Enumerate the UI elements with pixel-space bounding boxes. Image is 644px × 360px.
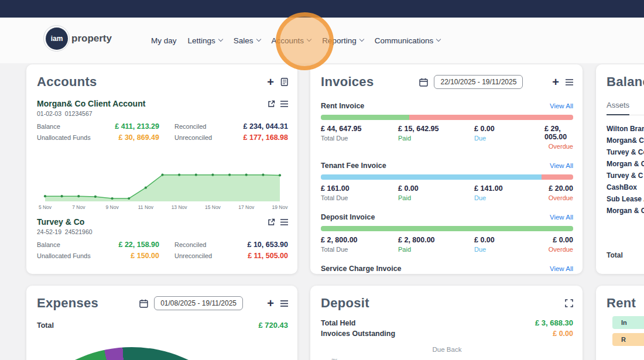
- account-summary-block: Turvey & Co 24-52-19 24521960 Balance £ …: [37, 217, 288, 260]
- external-link-icon[interactable]: [268, 218, 275, 226]
- menu-icon[interactable]: [280, 101, 288, 107]
- account-figures: Balance £ 411, 213.29 Reconciled £ 234, …: [37, 122, 288, 142]
- balance-label: Balance: [37, 241, 91, 248]
- expenses-pie-chart: [26, 347, 263, 360]
- nav-my-day[interactable]: My day: [151, 36, 177, 45]
- nav-label: My day: [151, 36, 177, 45]
- unallocated-value: £ 30, 869.49: [91, 133, 159, 142]
- nav-reporting[interactable]: Reporting: [322, 36, 364, 45]
- logo-mark: iam: [46, 28, 68, 50]
- view-all-link[interactable]: View All: [550, 214, 573, 221]
- unreconciled-label: Unreconciled: [159, 134, 224, 141]
- due-value: £ 0.00: [474, 236, 544, 244]
- list-item[interactable]: Morgan & C: [607, 207, 644, 214]
- list-item[interactable]: Turvey & C: [607, 172, 644, 179]
- reconciled-label: Reconciled: [159, 241, 224, 248]
- view-all-link[interactable]: View All: [550, 162, 573, 169]
- add-icon[interactable]: +: [267, 298, 274, 308]
- app-logo[interactable]: iam property: [46, 28, 112, 50]
- balances-card: Balances Assets Wilton Bran Morgan& C Tu…: [596, 64, 644, 274]
- unreconciled-value: £ 11, 505.00: [224, 252, 288, 260]
- reconciled-label: Reconciled: [159, 123, 224, 130]
- nav-accounts[interactable]: Accounts: [272, 36, 311, 45]
- invoices-section-tenant-fee: Tenant Fee Invoice View All £ 161.00Tota…: [321, 162, 573, 201]
- external-link-icon[interactable]: [268, 100, 275, 108]
- overdue-value: £ 20.00: [549, 184, 573, 193]
- add-icon[interactable]: +: [267, 77, 274, 87]
- nav-label: Accounts: [272, 36, 304, 45]
- rent-card: Rent In R: [596, 286, 644, 360]
- chevron-down-icon: [307, 37, 311, 42]
- nav-communications[interactable]: Communications: [375, 36, 441, 45]
- paid-label: Paid: [398, 194, 474, 201]
- menu-icon[interactable]: [280, 219, 288, 225]
- nav-sales[interactable]: Sales: [234, 36, 261, 45]
- calendar-icon[interactable]: [419, 78, 428, 87]
- tenant-fee-invoice-bar: [321, 174, 573, 180]
- list-item[interactable]: CashBox: [607, 184, 644, 191]
- nav-lettings[interactable]: Lettings: [188, 36, 222, 45]
- account-name-link[interactable]: Turvey & Co: [37, 217, 84, 227]
- section-title: Deposit Invoice: [321, 213, 375, 221]
- ledger-icon[interactable]: [280, 78, 288, 86]
- menu-icon[interactable]: [566, 79, 573, 85]
- invoices-date-range[interactable]: 22/10/2025 - 19/11/2025: [434, 75, 523, 89]
- account-sort-code: 24-52-19 24521960: [37, 228, 288, 235]
- section-title: Tenant Fee Invoice: [321, 162, 386, 170]
- account-name-link[interactable]: Morgan& Co Client Account: [37, 99, 145, 108]
- accounts-chart-ticks: 5 Nov7 Nov9 Nov11 Nov13 Nov15 Nov17 Nov1…: [37, 204, 288, 211]
- due-label: Due: [474, 135, 544, 142]
- list-item[interactable]: Turvey & Co: [607, 149, 644, 156]
- accounts-card-title: Accounts: [37, 74, 97, 90]
- expenses-date-range[interactable]: 01/08/2025 - 19/11/2025: [154, 296, 243, 310]
- overdue-label: Overdue: [549, 246, 573, 253]
- invoices-section-deposit: Deposit Invoice View All £ 2, 800.00Tota…: [321, 213, 573, 253]
- nav-label: Sales: [234, 36, 254, 45]
- due-label: Due: [474, 194, 544, 201]
- overdue-label: Overdue: [549, 143, 573, 150]
- unallocated-label: Unallocated Funds: [37, 134, 91, 141]
- legend-chip-income: In: [612, 316, 644, 329]
- list-item[interactable]: Sub Lease A: [607, 196, 644, 203]
- deposit-card: Deposit Total Held £ 3, 688.30 Invoices …: [310, 286, 583, 360]
- total-due-label: Total Due: [321, 135, 398, 142]
- total-due-label: Total Due: [321, 194, 398, 201]
- due-value: £ 0.00: [474, 125, 544, 133]
- rent-card-title: Rent: [607, 296, 636, 311]
- paid-value: £ 0.00: [398, 184, 474, 193]
- nav-label: Communications: [375, 36, 434, 45]
- accounts-card: Accounts + Morgan& Co Client Account 01-…: [26, 64, 297, 274]
- total-held-value: £ 3, 688.30: [535, 318, 573, 327]
- rent-invoice-bar: [321, 115, 573, 120]
- reconciled-value: £ 10, 653.90: [224, 241, 288, 249]
- due-label: Due: [474, 246, 544, 253]
- view-all-link[interactable]: View All: [550, 265, 573, 272]
- calendar-icon[interactable]: [139, 299, 148, 308]
- list-item[interactable]: Morgan & C: [607, 160, 644, 167]
- y-axis-tick: 3K: [331, 358, 337, 360]
- fullscreen-icon[interactable]: [565, 299, 573, 307]
- total-due-value: £ 2, 800.00: [321, 236, 398, 244]
- list-item[interactable]: Wilton Bran: [607, 125, 644, 132]
- balances-tabs: Assets: [607, 101, 644, 115]
- paid-label: Paid: [398, 246, 474, 253]
- logo-wordmark: property: [71, 33, 112, 44]
- invoices-outstanding-value: £ 0.00: [553, 330, 573, 338]
- expenses-total-label: Total: [37, 321, 54, 330]
- balances-list: Wilton Bran Morgan& C Turvey & Co Morgan…: [607, 125, 644, 214]
- nav-label: Lettings: [188, 36, 215, 45]
- unreconciled-label: Unreconciled: [159, 252, 224, 259]
- area-chart: [37, 150, 288, 204]
- overdue-value: £ 29, 005.00: [544, 125, 573, 141]
- due-back-chart-title: Due Back: [321, 346, 573, 353]
- list-item[interactable]: Morgan& C: [607, 137, 644, 144]
- invoices-outstanding-label: Invoices Outstanding: [321, 330, 395, 338]
- deposit-invoice-bar: [321, 226, 573, 231]
- total-held-label: Total Held: [321, 319, 356, 327]
- menu-icon[interactable]: [280, 300, 288, 307]
- balance-value: £ 22, 158.90: [91, 241, 159, 249]
- tab-assets[interactable]: Assets: [607, 101, 629, 115]
- view-all-link[interactable]: View All: [550, 102, 573, 109]
- section-title: Rent Invoice: [321, 102, 364, 110]
- add-icon[interactable]: +: [552, 77, 559, 87]
